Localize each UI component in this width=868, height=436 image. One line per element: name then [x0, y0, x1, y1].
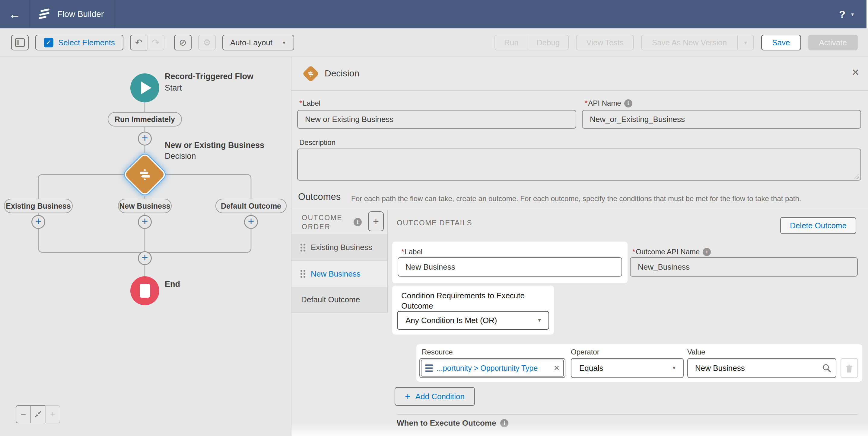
delete-outcome-button[interactable]: Delete Outcome [780, 217, 856, 234]
info-icon[interactable]: i [500, 419, 508, 427]
condition-requirements-card: Condition Requirements to Execute Outcom… [392, 286, 554, 335]
outcome-label-input[interactable] [398, 257, 622, 277]
add-element-button[interactable]: + [31, 215, 45, 229]
chevron-down-icon: ▼ [672, 365, 676, 371]
outcome-item-existing-business[interactable]: Existing Business [291, 234, 388, 261]
plus-icon: + [142, 252, 148, 263]
value-input[interactable] [687, 358, 836, 378]
decision-node-shape [123, 152, 167, 197]
add-condition-button[interactable]: + Add Condition [395, 387, 475, 406]
undo-button[interactable]: ↶ [130, 35, 148, 51]
clear-icon[interactable]: ✕ [554, 364, 560, 372]
run-button[interactable]: Run [495, 35, 528, 51]
outcome-details-heading: OUTCOME DETAILS [397, 219, 472, 227]
app-header: ← Flow Builder ? ▼ [0, 0, 868, 28]
play-icon [141, 82, 151, 94]
end-node[interactable] [130, 276, 159, 305]
undo-redo-group: ↶ ↷ [130, 35, 164, 51]
api-name-input[interactable] [582, 110, 861, 128]
run-immediately-label[interactable]: Run Immediately [108, 112, 182, 126]
flow-settings-button[interactable]: ⚙ [198, 35, 216, 51]
save-as-new-version-group: Save As New Version ▼ [641, 35, 754, 51]
drag-handle-icon[interactable] [301, 270, 305, 278]
resource-pill: ...portunity > Opportunity Type ✕ [421, 359, 564, 377]
signpost-icon [138, 168, 152, 181]
outcomes-heading: Outcomes [298, 192, 341, 202]
search-icon[interactable] [822, 363, 832, 373]
toolbar-right: Run Debug View Tests Save As New Version… [495, 28, 858, 57]
fit-to-view-button[interactable] [30, 405, 46, 423]
minus-icon: − [21, 409, 26, 419]
app-logo-section: Flow Builder [30, 0, 114, 28]
outcome-item-new-business-selected[interactable]: New Business [291, 261, 388, 287]
flow-canvas[interactable]: Record-Triggered Flow Start Run Immediat… [0, 57, 290, 436]
chevron-down-icon: ▼ [537, 318, 542, 323]
outcome-order-list: OUTCOME ORDER i + Existing Business New … [291, 210, 388, 313]
zoom-out-button[interactable]: − [16, 405, 31, 423]
decision-node[interactable] [122, 152, 167, 197]
plus-icon: + [373, 215, 379, 227]
back-button[interactable]: ← [0, 0, 30, 28]
decision-node-title: New or Existing Business [165, 141, 264, 150]
view-tests-button[interactable]: View Tests [576, 35, 633, 51]
add-element-button[interactable]: + [138, 251, 152, 265]
label-input[interactable] [297, 110, 576, 128]
save-button[interactable]: Save [761, 35, 801, 51]
description-textarea[interactable] [297, 149, 861, 180]
scroll-fade [291, 423, 868, 436]
outcome-label-field-label: *Label [401, 248, 423, 256]
add-element-button[interactable]: + [244, 215, 258, 229]
description-field-label: Description [299, 138, 336, 147]
operator-select[interactable]: Equals ▼ [571, 358, 684, 378]
add-element-button[interactable]: + [138, 215, 152, 229]
help-menu[interactable]: ? ▼ [839, 0, 868, 28]
debug-button[interactable]: Debug [528, 35, 569, 51]
toggle-toolbox-button[interactable] [11, 35, 29, 51]
add-outcome-button[interactable]: + [368, 211, 384, 231]
outcome-item-label: New Business [311, 269, 361, 279]
drag-handle-icon[interactable] [301, 244, 305, 252]
layout-select[interactable]: Auto-Layout ▼ [222, 35, 294, 51]
add-element-button[interactable]: + [138, 132, 152, 146]
branch-label-existing-business[interactable]: Existing Business [4, 199, 73, 213]
condition-requirements-select[interactable]: Any Condition Is Met (OR) ▼ [397, 311, 549, 330]
close-panel-button[interactable]: ✕ [851, 68, 860, 77]
start-node-title: Record-Triggered Flow [165, 72, 253, 81]
zoom-in-button[interactable]: + [45, 405, 60, 423]
outcomes-help-text: For each path the flow can take, create … [351, 195, 801, 203]
select-elements-button[interactable]: ✓ Select Elements [35, 35, 123, 51]
save-as-new-version-button[interactable]: Save As New Version [641, 35, 738, 51]
save-as-new-version-menu-button[interactable]: ▼ [737, 35, 754, 51]
redo-button[interactable]: ↷ [147, 35, 164, 51]
branch-label-default-outcome[interactable]: Default Outcome [215, 199, 287, 213]
outcome-label-card: *Label [392, 241, 627, 283]
condition-row-card: Resource Operator Value ...portunity > O… [416, 344, 862, 382]
toolbar: ✓ Select Elements ↶ ↷ ⊘ ⚙ Auto-Layout ▼ [0, 28, 868, 57]
info-icon[interactable]: i [353, 218, 362, 226]
undo-icon: ↶ [135, 38, 143, 47]
branch-label-new-business[interactable]: New Business [118, 199, 172, 213]
disable-elements-button[interactable]: ⊘ [174, 35, 192, 51]
branch-text: Default Outcome [221, 202, 281, 210]
run-debug-group: Run Debug [495, 35, 569, 51]
delete-condition-button[interactable] [841, 358, 858, 378]
save-label: Save [772, 38, 790, 48]
close-icon: ✕ [851, 67, 860, 78]
outcome-item-label: Existing Business [311, 243, 372, 252]
plus-icon: + [50, 409, 56, 419]
info-icon[interactable]: i [703, 248, 711, 256]
chevron-down-icon: ▼ [743, 40, 748, 45]
condition-requirements-label: Condition Requirements to Execute Outcom… [401, 290, 546, 311]
plus-icon: + [142, 133, 148, 143]
start-node[interactable] [130, 74, 159, 103]
info-icon[interactable]: i [624, 99, 632, 108]
zoom-controls: − + [16, 405, 60, 423]
gear-icon: ⚙ [203, 38, 211, 47]
resource-record-icon [425, 365, 433, 372]
outcome-item-default-outcome[interactable]: Default Outcome [291, 287, 388, 313]
activate-button[interactable]: Activate [808, 35, 858, 51]
outcome-api-name-input[interactable] [630, 257, 858, 277]
resource-combobox[interactable]: ...portunity > Opportunity Type ✕ [420, 358, 565, 378]
app-title: Flow Builder [57, 9, 104, 19]
plus-icon: + [248, 216, 254, 227]
